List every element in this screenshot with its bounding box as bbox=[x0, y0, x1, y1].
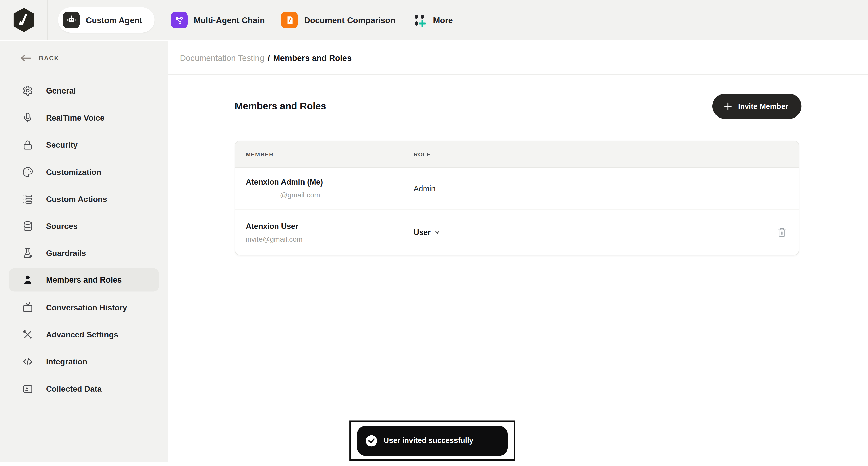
back-button[interactable]: BACK bbox=[20, 54, 168, 62]
member-cell: Atenxion Admin (Me) @gmail.com bbox=[235, 176, 413, 200]
tab-custom-agent[interactable]: Custom Agent bbox=[58, 7, 155, 33]
share-nodes-icon bbox=[171, 12, 188, 28]
check-circle-icon bbox=[366, 434, 378, 446]
sidebar-item-label: Members and Roles bbox=[46, 275, 122, 284]
database-icon bbox=[22, 220, 33, 231]
breadcrumb-current: Members and Roles bbox=[273, 53, 351, 62]
tab-label: Multi-Agent Chain bbox=[194, 15, 265, 25]
sidebar-item-label: Security bbox=[46, 140, 78, 149]
code-icon bbox=[22, 356, 33, 367]
document-compare-icon bbox=[281, 12, 298, 28]
robot-icon bbox=[63, 12, 80, 28]
custom-actions-icon bbox=[22, 193, 33, 204]
invite-member-button[interactable]: Invite Member bbox=[712, 94, 802, 119]
role-cell: User bbox=[413, 228, 799, 237]
member-cell: Atenxion User invite@gmail.com bbox=[235, 220, 413, 244]
sidebar-item-label: RealTime Voice bbox=[46, 113, 105, 122]
sidebar-item-advanced-settings[interactable]: Advanced Settings bbox=[0, 321, 168, 348]
breadcrumb-parent[interactable]: Documentation Testing bbox=[180, 53, 264, 62]
invite-member-label: Invite Member bbox=[738, 102, 788, 110]
role-cell: Admin bbox=[413, 184, 799, 193]
palette-icon bbox=[22, 166, 33, 177]
sidebar-item-general[interactable]: General bbox=[0, 77, 168, 104]
tab-label: Custom Agent bbox=[86, 15, 142, 25]
sidebar-item-label: Guardrails bbox=[46, 249, 86, 258]
sidebar-item-label: General bbox=[46, 86, 76, 95]
table-header: MEMBER ROLE bbox=[235, 141, 799, 168]
sidebar-item-label: Conversation History bbox=[46, 303, 127, 311]
plus-icon bbox=[723, 102, 733, 111]
delete-member-button[interactable] bbox=[777, 227, 786, 237]
settings-sidebar: BACK General RealTime Voice Security bbox=[0, 41, 168, 462]
sidebar-item-customization[interactable]: Customization bbox=[0, 158, 168, 185]
sidebar-item-conversation-history[interactable]: Conversation History bbox=[0, 294, 168, 321]
person-icon bbox=[22, 274, 33, 286]
more-apps-icon bbox=[412, 12, 427, 27]
role-value: Admin bbox=[413, 184, 436, 193]
tools-icon bbox=[22, 329, 33, 340]
top-bar: Custom Agent Multi-Agent Chain bbox=[0, 0, 868, 40]
flask-icon bbox=[22, 247, 33, 259]
sidebar-item-realtime-voice[interactable]: RealTime Voice bbox=[0, 104, 168, 131]
member-name: Atenxion User bbox=[246, 220, 413, 231]
sidebar-item-label: Custom Actions bbox=[46, 194, 107, 203]
breadcrumb-separator: / bbox=[268, 53, 270, 62]
page-title: Members and Roles bbox=[235, 101, 326, 112]
breadcrumb: Documentation Testing / Members and Role… bbox=[168, 41, 868, 75]
table-row: Atenxion User invite@gmail.com User bbox=[235, 210, 799, 255]
trash-icon bbox=[777, 227, 786, 237]
role-dropdown[interactable]: User bbox=[413, 228, 799, 237]
member-email: @gmail.com bbox=[246, 190, 413, 200]
tab-label: More bbox=[433, 15, 453, 25]
toast: User invited successfully bbox=[357, 426, 507, 455]
sidebar-item-members-and-roles[interactable]: Members and Roles bbox=[9, 268, 159, 292]
gear-icon bbox=[22, 85, 33, 96]
arrow-left-icon bbox=[20, 54, 32, 62]
agent-type-tabs: Custom Agent Multi-Agent Chain bbox=[58, 7, 453, 33]
tab-more[interactable]: More bbox=[412, 12, 453, 27]
main-content: Members and Roles Invite Member MEMBER R… bbox=[168, 75, 868, 466]
sidebar-item-security[interactable]: Security bbox=[0, 131, 168, 158]
sidebar-item-label: Collected Data bbox=[46, 384, 102, 393]
sidebar-item-sources[interactable]: Sources bbox=[0, 212, 168, 239]
member-email: invite@gmail.com bbox=[246, 234, 413, 244]
tab-document-comparison[interactable]: Document Comparison bbox=[281, 12, 396, 28]
sidebar-item-label: Integration bbox=[46, 357, 88, 366]
toast-highlight-box: User invited successfully bbox=[349, 420, 516, 461]
sidebar-item-collected-data[interactable]: Collected Data bbox=[0, 375, 168, 402]
lock-icon bbox=[22, 139, 33, 150]
table-row: Atenxion Admin (Me) @gmail.com Admin bbox=[235, 168, 799, 209]
chevron-down-icon bbox=[434, 229, 441, 236]
atenxion-logo-icon bbox=[12, 7, 35, 33]
app-logo[interactable] bbox=[0, 0, 48, 40]
sidebar-item-label: Customization bbox=[46, 167, 101, 176]
member-name: Atenxion Admin (Me) bbox=[246, 176, 413, 188]
sidebar-item-label: Advanced Settings bbox=[46, 330, 118, 339]
tv-icon bbox=[22, 302, 33, 313]
toast-message: User invited successfully bbox=[384, 436, 473, 445]
sidebar-item-guardrails[interactable]: Guardrails bbox=[0, 240, 168, 267]
tab-multi-agent-chain[interactable]: Multi-Agent Chain bbox=[171, 12, 265, 28]
back-label: BACK bbox=[39, 55, 59, 61]
members-table: MEMBER ROLE Atenxion Admin (Me) @gmail.c… bbox=[235, 140, 800, 256]
sidebar-item-label: Sources bbox=[46, 222, 78, 230]
tab-label: Document Comparison bbox=[304, 15, 395, 25]
id-card-icon bbox=[22, 383, 33, 394]
sidebar-item-integration[interactable]: Integration bbox=[0, 348, 168, 375]
microphone-icon bbox=[22, 112, 33, 123]
sidebar-item-custom-actions[interactable]: Custom Actions bbox=[0, 185, 168, 212]
column-header-role: ROLE bbox=[413, 151, 799, 157]
role-value: User bbox=[413, 228, 431, 237]
column-header-member: MEMBER bbox=[235, 151, 413, 157]
app-window: Custom Agent Multi-Agent Chain bbox=[0, 0, 868, 466]
sidebar-nav: General RealTime Voice Security C bbox=[0, 77, 168, 402]
